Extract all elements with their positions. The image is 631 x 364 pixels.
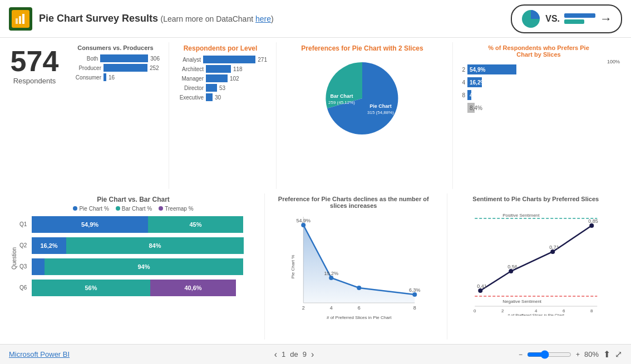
- svg-text:6: 6: [358, 305, 361, 311]
- header-left: Pie Chart Survey Results (Learn more on …: [9, 7, 274, 31]
- respondents-panel: 574 Respondents: [7, 42, 62, 189]
- stacked-segment: 45%: [148, 216, 243, 233]
- vs-label: VS.: [545, 14, 560, 24]
- level-bar-row: Analyst 271: [174, 56, 267, 63]
- level-bars: Analyst 271Architect 118Manager 102Direc…: [174, 56, 267, 101]
- expand-icon[interactable]: ⤢: [615, 349, 622, 360]
- stacked-legend: Pie Chart % Bar Chart % Treemap %: [11, 206, 255, 212]
- svg-text:259 (45,12%): 259 (45,12%): [328, 100, 355, 105]
- respondents-label: Respondents: [13, 77, 56, 85]
- svg-text:6,3%: 6,3%: [409, 287, 421, 293]
- pct-bar-row: 4 16,2%: [457, 77, 620, 87]
- main-content: 574 Respondents Consumers vs. Producers …: [0, 38, 631, 344]
- top-row: 574 Respondents Consumers vs. Producers …: [7, 42, 624, 189]
- consumer-value: 16: [109, 74, 115, 81]
- consumers-title: Consumers vs. Producers: [71, 44, 160, 51]
- svg-text:# of Preffered Slices in Pie C: # of Preffered Slices in Pie Chart: [507, 313, 564, 315]
- respondents-count: 574: [11, 47, 59, 76]
- sentiment-panel: Sentiment to Pie Charts by Preferred Sli…: [447, 193, 625, 340]
- pct-bar-row: 2 54,9%: [457, 64, 620, 74]
- level-value: 102: [230, 76, 239, 82]
- level-bar: [206, 84, 217, 92]
- pct-bar: 54,9%: [467, 64, 516, 74]
- level-value: 53: [219, 85, 225, 91]
- svg-text:315 (54,88%): 315 (54,88%): [367, 110, 394, 115]
- svg-text:# of Preferred Slices in Pie C: # of Preferred Slices in Pie Chart: [327, 315, 392, 320]
- powerbi-link[interactable]: Microsoft Power BI: [9, 350, 70, 358]
- sentiment-title: Sentiment to Pie Charts by Preferred Sli…: [452, 196, 620, 202]
- zoom-minus[interactable]: −: [519, 351, 522, 358]
- level-value: 271: [258, 57, 267, 63]
- pagination: ‹ 1 de 9 ›: [274, 350, 314, 360]
- legend-treemap-dot: [159, 206, 163, 211]
- pie-title: Preferences for Pie Chart with 2 Slices: [301, 44, 423, 52]
- stacked-chart-area: Question Q1 54,9% 45% Q2 16,2% 84% Q3 94…: [11, 216, 255, 301]
- stacked-row: Q2 16,2% 84%: [19, 237, 255, 254]
- subtitle: (Learn more on DataChant here): [161, 14, 274, 23]
- svg-text:Positive Sentiment: Positive Sentiment: [502, 213, 540, 218]
- footer: Microsoft Power BI ‹ 1 de 9 › − + 80% ⬆ …: [0, 344, 631, 364]
- legend-pie: Pie Chart %: [73, 206, 109, 212]
- svg-text:54,9%: 54,9%: [296, 218, 310, 223]
- sentiment-chart-svg: Positive Sentiment Negative Sentiment 0,…: [452, 205, 620, 316]
- pct-bar-row: 8,4%: [457, 103, 620, 113]
- level-value: 30: [215, 94, 221, 101]
- zoom-slider[interactable]: [527, 350, 571, 359]
- pie-panel: Preferences for Pie Chart with 2 Slices …: [276, 42, 448, 189]
- svg-text:2: 2: [501, 308, 504, 313]
- level-bar: [206, 65, 231, 73]
- page-separator: de: [290, 350, 298, 358]
- level-panel: Respondents por Level Analyst 271Archite…: [169, 42, 272, 189]
- pie-chart-container: Bar Chart 259 (45,12%) Pie Chart 315 (54…: [321, 57, 404, 140]
- header: Pie Chart Survey Results (Learn more on …: [0, 0, 631, 38]
- vs-arrow-icon[interactable]: →: [600, 12, 612, 26]
- logo-icon: [14, 13, 27, 25]
- pct-panel: % of Respondents who Prefers Pie Chart b…: [452, 42, 624, 189]
- consumer-bar-row: Producer 252: [71, 64, 160, 72]
- page-current: 1: [282, 350, 285, 358]
- stacked-segment: 54,9%: [32, 216, 148, 233]
- level-bar: [206, 74, 228, 82]
- zoom-plus[interactable]: +: [576, 351, 580, 358]
- svg-rect-0: [16, 18, 18, 24]
- svg-text:Negative Sentiment: Negative Sentiment: [502, 299, 542, 304]
- pct-100-label: 100%: [457, 59, 620, 64]
- share-icon[interactable]: ⬆: [603, 349, 610, 360]
- prev-page-button[interactable]: ‹: [274, 350, 277, 360]
- bottom-row: Pie Chart vs. Bar Chart Pie Chart % Bar …: [7, 193, 624, 340]
- zoom-label: 80%: [584, 350, 599, 358]
- legend-bar: Bar Chart %: [116, 206, 152, 212]
- svg-text:Pie Chart: Pie Chart: [369, 103, 392, 109]
- consumer-bar-row: Consumer 16: [71, 73, 160, 81]
- pct-bar-gray: 8,4%: [467, 103, 475, 113]
- level-bar-row: Manager 102: [174, 74, 267, 82]
- stacked-segment: 94%: [45, 258, 243, 275]
- svg-text:8: 8: [413, 305, 416, 311]
- consumer-value: 252: [150, 65, 159, 71]
- stacked-row: Q1 54,9% 45%: [19, 216, 255, 233]
- stacked-segment: 84%: [66, 237, 244, 254]
- level-value: 118: [233, 66, 243, 72]
- stacked-title: Pie Chart vs. Bar Chart: [11, 196, 255, 203]
- svg-text:8: 8: [590, 308, 593, 313]
- legend-pie-label: Pie Chart %: [79, 206, 109, 212]
- next-page-button[interactable]: ›: [311, 350, 314, 360]
- stacked-row: Q3 94%: [19, 258, 255, 275]
- vs-widget[interactable]: VS. →: [511, 4, 622, 33]
- pct-bar: 16,2%: [467, 77, 482, 87]
- svg-text:Bar Chart: Bar Chart: [330, 93, 353, 99]
- line-chart-svg: 54,9% 15,2% 6,3% 2 4 6 8 Pie Chart % # o…: [269, 211, 438, 322]
- svg-text:0,71: 0,71: [549, 245, 559, 250]
- vs-bars: [564, 13, 595, 24]
- pie-chart-svg: Bar Chart 259 (45,12%) Pie Chart 315 (54…: [321, 57, 404, 140]
- stacked-row: Q6 56% 40,6%: [19, 280, 255, 296]
- stacked-y-label: Question: [11, 216, 17, 301]
- footer-actions: − + 80% ⬆ ⤢: [519, 349, 622, 360]
- line-title: Preference for Pie Charts declines as th…: [269, 196, 438, 209]
- svg-text:15,2%: 15,2%: [324, 271, 338, 276]
- svg-text:2: 2: [302, 305, 305, 311]
- datachant-link[interactable]: here: [255, 14, 271, 23]
- title-group: Pie Chart Survey Results (Learn more on …: [39, 13, 274, 24]
- svg-text:6: 6: [563, 308, 565, 313]
- stacked-bar-panel: Pie Chart vs. Bar Chart Pie Chart % Bar …: [7, 193, 260, 340]
